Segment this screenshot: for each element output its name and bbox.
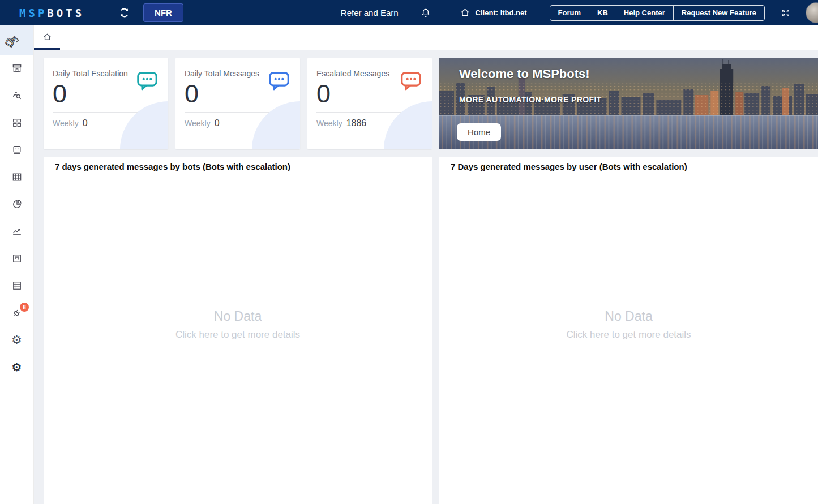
sidebar-item-settings[interactable]: ⚙ — [0, 326, 33, 354]
sidebar-item-store[interactable] — [0, 55, 33, 82]
banner-title: Welcome to MSPbots! — [459, 67, 590, 81]
request-new-feature-link[interactable]: Request New Feature — [673, 6, 764, 20]
sidebar-collapse-toggle[interactable] — [0, 25, 33, 55]
weekly-label: Weekly — [53, 119, 79, 128]
sidebar-item-bots[interactable] — [0, 136, 33, 163]
panel-empty-state: No Data Click here to get more details — [439, 161, 818, 488]
sidebar-item-users[interactable] — [0, 82, 33, 109]
card-corner-decoration — [252, 101, 300, 149]
chat-bubble-icon — [136, 71, 159, 93]
user-avatar[interactable] — [806, 2, 818, 23]
notifications-bell-icon[interactable] — [420, 7, 431, 19]
sidebar-item-reports[interactable] — [0, 191, 33, 218]
data-table-icon — [11, 171, 23, 183]
dashboard-content: Daily Total Escalation 0 Weekly 0 — [34, 50, 818, 504]
left-sidebar: ☝ — [0, 25, 34, 504]
chart-panel-messages-by-bots: 7 days generated messages by bots (Bots … — [44, 157, 432, 504]
weekly-label: Weekly — [185, 119, 211, 128]
sidebar-item-apps[interactable] — [0, 109, 33, 136]
card-corner-decoration — [384, 101, 432, 149]
widget-icon — [11, 253, 23, 264]
nfr-button[interactable]: NFR — [143, 3, 183, 22]
stat-card-daily-total-escalation[interactable]: Daily Total Escalation 0 Weekly 0 — [44, 58, 168, 149]
dataset-list-icon — [11, 280, 23, 291]
apps-grid-icon — [11, 117, 23, 128]
sidebar-item-integrations[interactable]: 8 — [0, 299, 33, 326]
integrations-badge: 8 — [20, 303, 29, 312]
settings-gear-icon: ⚙ — [11, 334, 22, 346]
top-navbar: MSPBOTS NFR Refer and Earn Client: itbd.… — [0, 0, 818, 25]
logo-bots: BOTS — [47, 7, 84, 19]
banner-subtitle: MORE AUTOMATION·MORE PROFIT — [459, 95, 602, 104]
bot-icon — [11, 144, 23, 156]
forum-link[interactable]: Forum — [550, 6, 589, 20]
line-chart-icon — [11, 226, 23, 237]
banner-home-button[interactable]: Home — [457, 123, 501, 141]
no-data-label: No Data — [605, 309, 652, 324]
store-icon — [11, 63, 23, 74]
sidebar-item-tables[interactable] — [0, 163, 33, 191]
help-center-link[interactable]: Help Center — [616, 6, 673, 20]
panel-empty-state: No Data Click here to get more details — [44, 161, 432, 488]
home-tab-icon — [42, 32, 52, 42]
tab-home[interactable] — [34, 25, 60, 50]
weekly-value: 0 — [215, 118, 220, 128]
card-divider — [53, 112, 138, 113]
chat-bubble-icon — [400, 71, 422, 93]
no-data-label: No Data — [214, 309, 262, 324]
client-selector[interactable]: Client: itbd.net — [460, 7, 527, 18]
no-data-details-link[interactable]: Click here to get more details — [175, 329, 300, 341]
welcome-banner: Welcome to MSPbots! MORE AUTOMATION·MORE… — [439, 58, 818, 149]
sidebar-item-analytics[interactable] — [0, 218, 33, 245]
admin-gear-icon: ⚙ — [12, 361, 22, 373]
stat-card-escalated-messages[interactable]: Escalated Messages 0 Weekly 1886 — [307, 58, 432, 149]
pie-chart-icon — [11, 199, 23, 210]
sidebar-item-widgets[interactable] — [0, 245, 33, 272]
kb-link[interactable]: KB — [589, 6, 616, 20]
refresh-icon[interactable] — [117, 6, 131, 20]
card-divider — [316, 112, 401, 113]
weekly-label: Weekly — [316, 119, 342, 128]
home-client-icon — [460, 7, 470, 18]
stat-card-daily-total-messages[interactable]: Daily Total Messages 0 Weekly 0 — [175, 58, 300, 149]
chart-panel-messages-by-user: 7 Days generated messages by user (Bots … — [439, 157, 818, 504]
weekly-value: 1886 — [346, 118, 367, 128]
weekly-value: 0 — [83, 118, 88, 128]
chat-bubble-icon — [268, 71, 290, 93]
logo-msp: MSP — [19, 7, 47, 19]
card-divider — [185, 112, 269, 113]
help-links-group: Forum KB Help Center Request New Feature — [550, 5, 765, 21]
mspbots-logo[interactable]: MSPBOTS — [19, 7, 84, 19]
fullscreen-icon[interactable] — [781, 8, 791, 18]
tab-bar — [34, 25, 818, 50]
sidebar-item-datasets[interactable] — [0, 272, 33, 299]
card-corner-decoration — [120, 101, 168, 149]
no-data-details-link[interactable]: Click here to get more details — [566, 329, 691, 341]
chevron-right-icon — [12, 35, 22, 45]
user-search-icon — [11, 90, 23, 101]
main-area: Daily Total Escalation 0 Weekly 0 — [34, 25, 818, 504]
sidebar-item-admin[interactable]: ⚙ — [0, 354, 33, 381]
refer-and-earn-link[interactable]: Refer and Earn — [341, 8, 399, 18]
client-label: Client: itbd.net — [476, 8, 527, 17]
